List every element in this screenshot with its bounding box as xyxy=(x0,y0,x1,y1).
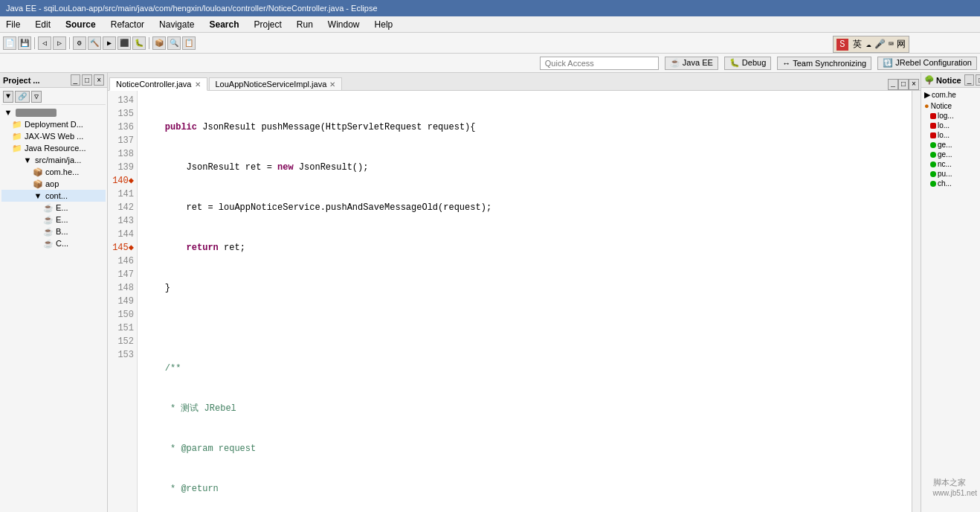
quick-access-input[interactable] xyxy=(540,57,659,70)
tree-java-res[interactable]: 📁 Java Resource... xyxy=(1,142,106,154)
tree-deployment[interactable]: 📁 Deployment D... xyxy=(1,118,106,130)
outline-ge2[interactable]: ge... xyxy=(923,150,979,159)
tree-e1[interactable]: ☕ E... xyxy=(1,202,106,214)
jrebel-perspective[interactable]: 🔃 JRebel Configuration xyxy=(877,57,977,70)
code-line-134: public JsonResult pushMessage(HttpServle… xyxy=(144,121,906,134)
watermark: 脚本之家 www.jb51.net xyxy=(933,477,977,497)
toolbar-btn-1[interactable]: 📄 xyxy=(3,36,16,50)
outline-minimize[interactable]: _ xyxy=(964,74,975,86)
tree-e2-label: E... xyxy=(56,215,68,224)
sidebar-link[interactable]: 🔗 xyxy=(15,91,30,103)
menu-source[interactable]: Source xyxy=(62,19,99,31)
outline-lo2[interactable]: lo... xyxy=(923,130,979,140)
outline-ch[interactable]: ch... xyxy=(923,179,979,188)
linenum-143: 143 xyxy=(111,214,134,228)
tree-project-label: s_________ xyxy=(16,109,57,117)
outline-com-he-label: com.he xyxy=(932,91,956,99)
menu-file[interactable]: File xyxy=(3,19,23,31)
toolbar-btn-9[interactable]: 🐛 xyxy=(132,36,146,50)
right-panel: 🌳 Notice _ □ × ▶ com.he ● Notice log... xyxy=(921,73,980,512)
tab-service-close[interactable]: ✕ xyxy=(329,80,335,89)
tree-jaxws-label: JAX-WS Web ... xyxy=(25,132,83,141)
code-editor[interactable]: 134 135 136 137 138 139 140◆ 141 142 143… xyxy=(108,91,921,512)
sougou-mic[interactable]: 🎤 xyxy=(874,39,886,50)
editor-minimize[interactable]: _ xyxy=(888,79,898,90)
tree-com-he-label: com.he... xyxy=(45,167,79,176)
menu-refactor[interactable]: Refactor xyxy=(108,19,147,31)
sidebar-close[interactable]: × xyxy=(94,74,104,86)
tree-b1[interactable]: ☕ B... xyxy=(1,225,106,237)
toolbar-btn-4[interactable]: ▷ xyxy=(53,36,66,50)
outline-lo1-label: lo... xyxy=(938,121,950,129)
tree-c1[interactable]: ☕ C... xyxy=(1,237,106,249)
toolbar-btn-3[interactable]: ◁ xyxy=(38,36,51,50)
com-he-icon: 📦 xyxy=(33,167,43,177)
outline-notice[interactable]: ● Notice xyxy=(923,100,979,111)
code-line-139 xyxy=(144,321,906,335)
code-line-141: * 测试 JRebel xyxy=(144,402,906,415)
toolbar-btn-8[interactable]: ⬛ xyxy=(117,36,131,50)
tree-cont[interactable]: ▼ cont... xyxy=(1,190,106,202)
menu-search[interactable]: Search xyxy=(206,19,242,31)
tree-jaxws[interactable]: 📁 JAX-WS Web ... xyxy=(1,130,106,142)
menu-navigate[interactable]: Navigate xyxy=(156,19,197,31)
outline-ch-label: ch... xyxy=(938,179,952,188)
outline-com-he[interactable]: ▶ com.he xyxy=(923,89,979,100)
tree-com-he[interactable]: 📦 com.he... xyxy=(1,166,106,178)
tree-src[interactable]: ▼ src/main/ja... xyxy=(1,154,106,166)
tab-notice-controller[interactable]: NoticeController.java ✕ xyxy=(109,77,207,91)
editor-maximize[interactable]: □ xyxy=(898,79,909,90)
code-lines[interactable]: public JsonResult pushMessage(HttpServle… xyxy=(138,91,912,512)
sidebar-minimize[interactable]: _ xyxy=(71,74,81,86)
editor-close[interactable]: × xyxy=(909,79,919,90)
sidebar-collapse[interactable]: ▼ xyxy=(3,91,13,103)
outline-ge1[interactable]: ge... xyxy=(923,140,979,150)
sougou-bar: S 英 ☁ 🎤 ⌨ 网 xyxy=(833,36,909,53)
outline-log1[interactable]: log... xyxy=(923,111,979,121)
sougou-cloud[interactable]: ☁ xyxy=(866,39,871,50)
tab-service-label: LouAppNoticeServiceImpl.java xyxy=(216,80,327,89)
sidebar-tree: ▼ 🔗 ▽ ▼ s_________ 📁 Deployment D... 📁 J… xyxy=(0,88,107,512)
toolbar-btn-11[interactable]: 🔍 xyxy=(167,36,181,50)
tab-lou-app-service[interactable]: LouAppNoticeServiceImpl.java ✕ xyxy=(209,77,343,90)
sougou-mode[interactable]: 英 xyxy=(851,38,863,51)
menu-help[interactable]: Help xyxy=(372,19,396,31)
debug-perspective[interactable]: 🐛 Debug xyxy=(724,57,771,70)
menu-run[interactable]: Run xyxy=(294,19,316,31)
sidebar-title: Project ... xyxy=(3,76,40,85)
tab-notice-close[interactable]: ✕ xyxy=(195,80,201,89)
outline-nc[interactable]: nc... xyxy=(923,159,979,169)
tree-aop[interactable]: 📦 aop xyxy=(1,178,106,190)
linenum-151: 151 xyxy=(111,321,134,335)
outline-lo1[interactable]: lo... xyxy=(923,121,979,130)
line-numbers: 134 135 136 137 138 139 140◆ 141 142 143… xyxy=(108,91,138,512)
toolbar-btn-2[interactable]: 💾 xyxy=(18,36,31,50)
menu-edit[interactable]: Edit xyxy=(32,19,54,31)
sidebar-filter[interactable]: ▽ xyxy=(31,91,42,103)
java-ee-perspective[interactable]: ☕ Java EE xyxy=(665,57,718,70)
toolbar-btn-10[interactable]: 📦 xyxy=(152,36,166,50)
sidebar-maximize[interactable]: □ xyxy=(82,74,92,86)
tree-e2[interactable]: ☕ E... xyxy=(1,214,106,225)
team-sync-perspective[interactable]: ↔ Team Synchronizing xyxy=(777,57,871,70)
linenum-152: 152 xyxy=(111,335,134,348)
sougou-keyboard[interactable]: ⌨ xyxy=(889,39,894,50)
outline-nc-icon xyxy=(930,161,936,167)
toolbar-btn-7[interactable]: ▶ xyxy=(103,36,116,50)
outline-maximize[interactable]: □ xyxy=(976,74,980,86)
right-panel-header: 🌳 Notice _ □ × xyxy=(921,73,980,88)
toolbar-btn-12[interactable]: 📋 xyxy=(182,36,196,50)
vertical-scrollbar[interactable] xyxy=(912,91,921,512)
tree-project-root[interactable]: ▼ s_________ xyxy=(1,106,106,118)
sougou-lang[interactable]: S xyxy=(836,39,848,51)
sougou-web[interactable]: 网 xyxy=(897,38,906,51)
linenum-140: 140◆ xyxy=(111,174,134,188)
outline-pu[interactable]: pu... xyxy=(923,169,979,179)
menu-window[interactable]: Window xyxy=(325,19,363,31)
toolbar-btn-5[interactable]: ⚙ xyxy=(73,36,86,50)
menu-project[interactable]: Project xyxy=(251,19,284,31)
code-line-142: * @param request xyxy=(144,442,906,455)
toolbar-btn-6[interactable]: 🔨 xyxy=(88,36,101,50)
linenum-149: 149 xyxy=(111,295,134,308)
linenum-134: 134 xyxy=(111,94,134,107)
